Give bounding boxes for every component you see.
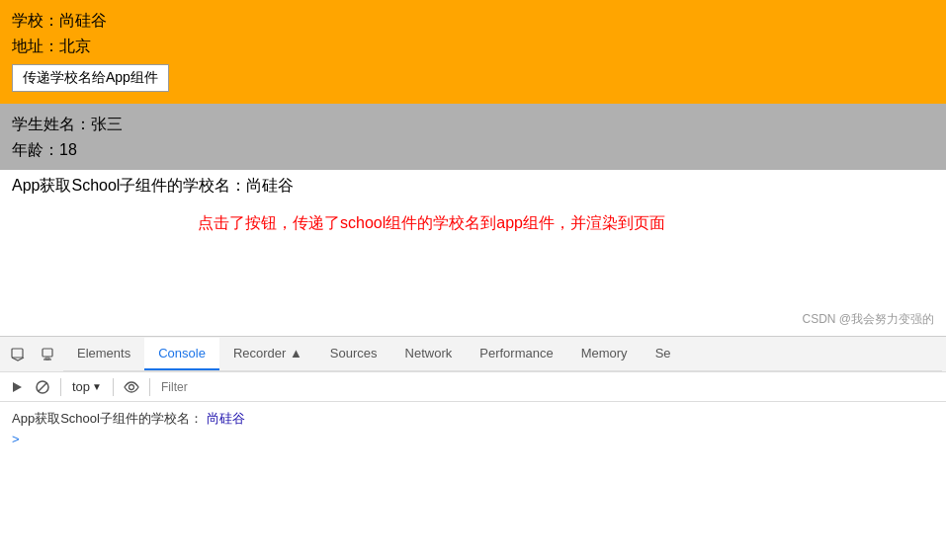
svg-line-6 <box>39 382 47 391</box>
tab-recorder[interactable]: Recorder ▲ <box>219 338 316 370</box>
console-output: App获取School子组件的学校名： 尚硅谷 > <box>0 402 946 560</box>
student-name-label: 学生姓名：张三 <box>12 112 934 137</box>
school-section: 学校：尚硅谷 地址：北京 传递学校名给App组件 <box>0 0 946 104</box>
transmit-button[interactable]: 传递学校名给App组件 <box>12 64 169 92</box>
top-arrow-icon: ▼ <box>92 381 102 392</box>
main-content: 学校：尚硅谷 地址：北京 传递学校名给App组件 学生姓名：张三 年龄：18 A… <box>0 0 946 336</box>
tab-more[interactable]: Se <box>642 338 685 370</box>
run-button[interactable] <box>6 376 28 398</box>
svg-marker-4 <box>13 382 22 392</box>
school-name-label: 学校：尚硅谷 <box>12 8 934 34</box>
tab-console[interactable]: Console <box>144 338 219 370</box>
svg-point-7 <box>129 384 133 389</box>
log-value: 尚硅谷 <box>207 410 245 428</box>
block-button[interactable] <box>32 376 53 398</box>
device-icon-button[interactable] <box>34 341 61 368</box>
toolbar-separator-3 <box>149 378 150 396</box>
tab-performance[interactable]: Performance <box>466 338 566 370</box>
address-label: 地址：北京 <box>12 34 934 59</box>
app-info-line: App获取School子组件的学校名：尚硅谷 <box>0 170 946 202</box>
student-age-label: 年龄：18 <box>12 137 934 163</box>
student-section: 学生姓名：张三 年龄：18 <box>0 104 946 170</box>
toolbar-separator-2 <box>113 378 114 396</box>
tab-elements[interactable]: Elements <box>63 338 144 370</box>
inspect-icon-button[interactable] <box>4 341 32 368</box>
devtools-toolbar: Elements Console Recorder ▲ Sources Netw… <box>0 337 946 372</box>
console-toolbar: top ▼ <box>0 372 946 402</box>
svg-rect-0 <box>12 349 23 358</box>
svg-rect-1 <box>43 349 52 357</box>
console-log-line: App获取School子组件的学校名： 尚硅谷 <box>12 408 934 430</box>
watermark: CSDN @我会努力变强的 <box>802 311 934 328</box>
tab-network[interactable]: Network <box>391 338 467 370</box>
devtools-tabs: Elements Console Recorder ▲ Sources Netw… <box>63 338 942 371</box>
eye-button[interactable] <box>121 376 142 398</box>
devtools-panel: Elements Console Recorder ▲ Sources Netw… <box>0 336 946 560</box>
log-text: App获取School子组件的学校名： <box>12 410 203 428</box>
tab-sources[interactable]: Sources <box>316 338 391 370</box>
filter-input[interactable] <box>157 377 940 397</box>
console-prompt[interactable]: > <box>12 430 934 448</box>
annotation-text: 点击了按钮，传递了school组件的学校名到app组件，并渲染到页面 <box>0 202 946 244</box>
tab-memory[interactable]: Memory <box>567 338 642 370</box>
toolbar-separator <box>60 378 61 396</box>
top-selector[interactable]: top ▼ <box>68 376 106 398</box>
